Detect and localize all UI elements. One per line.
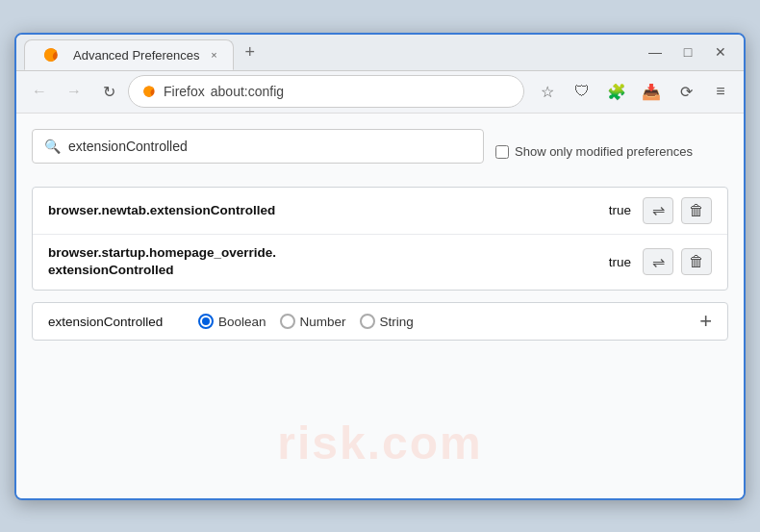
extension-icon: 🧩 [607, 83, 626, 101]
search-row: 🔍 extensionControlled Show only modified… [32, 129, 728, 175]
address-bar[interactable]: Firefox about:config [128, 75, 524, 108]
sync-button[interactable]: ⟳ [671, 76, 701, 107]
number-radio-indicator [280, 314, 295, 329]
tab-title: Advanced Preferences [73, 48, 200, 63]
downloads-button[interactable]: 📥 [636, 76, 667, 107]
watermark: risk.com [277, 417, 482, 469]
back-button[interactable]: ← [24, 76, 55, 107]
shield-button[interactable]: 🛡 [567, 76, 597, 107]
reset-icon-2: ⇌ [652, 253, 665, 271]
minimize-button[interactable]: — [640, 38, 671, 65]
title-bar: Advanced Preferences × + — □ ✕ [16, 35, 744, 71]
nav-bar: ← → ↻ Firefox about:config ☆ 🛡 🧩 [16, 71, 744, 114]
new-tab-button[interactable]: + [238, 42, 264, 63]
toolbar-icons: ☆ 🛡 🧩 📥 ⟳ ≡ [532, 76, 736, 107]
menu-button[interactable]: ≡ [705, 76, 736, 107]
close-button[interactable]: ✕ [705, 38, 736, 65]
downloads-icon: 📥 [642, 83, 661, 101]
shield-icon: 🛡 [574, 83, 590, 100]
table-row: browser.newtab.extensionControlled true … [33, 188, 727, 235]
content-area: 🔍 extensionControlled Show only modified… [16, 114, 744, 498]
menu-icon: ≡ [716, 83, 724, 100]
forward-icon: → [66, 83, 82, 100]
maximize-button[interactable]: □ [672, 38, 703, 65]
forward-button[interactable]: → [59, 76, 89, 107]
browser-tab[interactable]: Advanced Preferences × [24, 39, 234, 70]
back-icon: ← [32, 83, 47, 100]
type-string-option[interactable]: String [360, 314, 414, 329]
type-number-option[interactable]: Number [280, 314, 346, 329]
bookmark-icon: ☆ [541, 83, 554, 101]
type-radio-group: Boolean Number String [198, 314, 414, 329]
pref-name-1: browser.newtab.extensionControlled [48, 203, 601, 217]
bookmark-button[interactable]: ☆ [532, 76, 563, 107]
firefox-tab-icon [40, 44, 62, 65]
type-boolean-option[interactable]: Boolean [198, 314, 266, 329]
new-pref-name: extensionControlled [48, 315, 183, 329]
url-display: about:config [211, 84, 284, 99]
tab-close-button[interactable]: × [208, 48, 221, 62]
pref-actions-2: ⇌ 🗑 [643, 248, 712, 275]
pref-value-2: true [609, 255, 631, 269]
reset-pref-2-button[interactable]: ⇌ [643, 248, 673, 275]
delete-icon: 🗑 [689, 202, 704, 219]
table-row: browser.startup.homepage_override. exten… [33, 235, 727, 291]
search-icon: 🔍 [44, 139, 61, 154]
delete-pref-1-button[interactable]: 🗑 [681, 197, 712, 224]
add-pref-row: extensionControlled Boolean Number Strin… [32, 302, 728, 341]
pref-value-1: true [609, 203, 631, 217]
reload-button[interactable]: ↻ [93, 76, 124, 107]
show-modified-label[interactable]: Show only modified preferences [495, 144, 693, 159]
show-modified-checkbox[interactable] [495, 145, 509, 159]
browser-window: Advanced Preferences × + — □ ✕ ← → ↻ Fir… [14, 33, 746, 500]
reset-pref-1-button[interactable]: ⇌ [643, 197, 673, 224]
show-modified-text: Show only modified preferences [515, 144, 693, 159]
boolean-radio-indicator [198, 314, 214, 329]
firefox-address-icon [140, 83, 158, 100]
browser-name-label: Firefox [164, 84, 205, 99]
string-label: String [380, 315, 414, 329]
sync-icon: ⟳ [680, 83, 693, 101]
string-radio-indicator [360, 314, 375, 329]
number-label: Number [300, 315, 346, 329]
window-controls: — □ ✕ [640, 38, 736, 65]
delete-icon-2: 🗑 [689, 253, 704, 270]
search-input[interactable]: extensionControlled [68, 139, 471, 154]
extension-button[interactable]: 🧩 [601, 76, 632, 107]
reload-icon: ↻ [103, 83, 115, 101]
prefs-table: browser.newtab.extensionControlled true … [32, 187, 728, 291]
delete-pref-2-button[interactable]: 🗑 [681, 248, 712, 275]
pref-actions-1: ⇌ 🗑 [643, 197, 712, 224]
search-container[interactable]: 🔍 extensionControlled [32, 129, 484, 164]
boolean-label: Boolean [218, 315, 266, 329]
reset-icon: ⇌ [652, 201, 665, 219]
add-pref-button[interactable]: + [699, 311, 712, 332]
pref-name-2: browser.startup.homepage_override. exten… [48, 244, 601, 281]
